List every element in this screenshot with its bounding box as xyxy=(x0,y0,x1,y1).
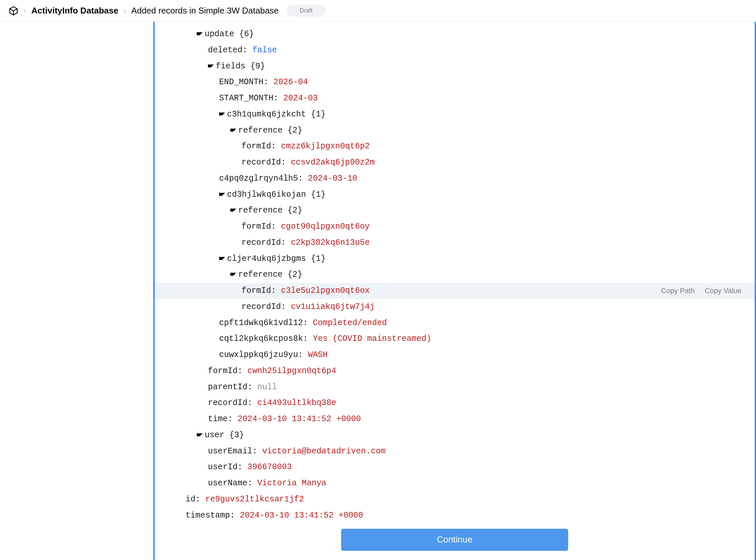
tree-row[interactable]: user {3} xyxy=(155,427,755,443)
tree-key: parentId: xyxy=(208,382,252,392)
tree-key: cd3hjlwkq6ikojan xyxy=(227,190,306,199)
tree-row[interactable]: c4pq0zglrqyn4lh5: 2024-03-10 xyxy=(155,171,755,187)
tree-row[interactable]: reference {2} xyxy=(155,267,755,283)
tree-row[interactable]: timestamp: 2024-03-10 13:41:52 +0000 xyxy=(155,508,755,519)
copy-value-link[interactable]: Copy Value xyxy=(705,284,741,298)
tree-key: c3h1qumkq6jzkcht xyxy=(227,109,306,119)
tree-row[interactable]: cd3hjlwkq6ikojan {1} xyxy=(155,187,755,203)
tree-row[interactable]: formId: c3le5u2lpgxn0qt6oxCopy Path·Copy… xyxy=(155,283,755,299)
tree-value: ci4493ultlkbq38e xyxy=(257,398,336,408)
main: update {6}deleted: falsefields {9}END_MO… xyxy=(0,22,756,560)
tree-row[interactable]: recordId: ccsvd2akq6jp90z2m xyxy=(155,155,755,171)
tree-row[interactable]: formId: cwnh25ilpgxn0qt6p4 xyxy=(155,363,755,379)
json-viewer-panel: update {6}deleted: falsefields {9}END_MO… xyxy=(153,22,756,560)
continue-button[interactable]: Continue xyxy=(341,529,568,551)
tree-row[interactable]: END_MONTH: 2026-04 xyxy=(155,74,755,91)
breadcrumb-leaf[interactable]: Added records in Simple 3W Database xyxy=(131,6,279,16)
tree-key: START_MONTH: xyxy=(219,94,278,103)
tree-meta: {2} xyxy=(283,270,302,279)
tree-key: id: xyxy=(186,495,200,504)
tree-value: victoria@bedatadriven.com xyxy=(262,446,386,456)
tree-key: cljer4ukq6jzbgms xyxy=(227,254,306,263)
tree-value: Yes (COVID mainstreamed) xyxy=(313,334,431,343)
tree-row[interactable]: reference {2} xyxy=(155,123,755,139)
tree-value: 2024-03-10 13:41:52 +0000 xyxy=(240,511,363,519)
tree-value: 2024-03-10 13:41:52 +0000 xyxy=(238,414,361,424)
tree-row[interactable]: recordId: ci4493ultlkbq38e xyxy=(155,395,755,411)
tree-row[interactable]: userName: Victoria Manya xyxy=(155,476,755,492)
caret-icon[interactable] xyxy=(219,257,225,260)
tree-row[interactable]: cljer4ukq6jzbgms {1} xyxy=(155,251,755,267)
tree-meta: {2} xyxy=(283,126,302,135)
tree-row[interactable]: userEmail: victoria@bedatadriven.com xyxy=(155,443,755,460)
tree-key: deleted: xyxy=(208,45,247,55)
tree-meta: {1} xyxy=(306,254,326,263)
tree-value: null xyxy=(257,382,277,392)
tree-value: 2026-04 xyxy=(273,77,308,87)
tree-key: END_MONTH: xyxy=(219,77,268,87)
tree-key: reference xyxy=(238,270,283,279)
tree-row[interactable]: parentId: null xyxy=(155,379,755,396)
tree-row[interactable]: deleted: false xyxy=(155,42,755,59)
separator-dot: · xyxy=(699,284,701,298)
status-badge: Draft xyxy=(287,5,326,17)
tree-key: timestamp: xyxy=(186,511,235,519)
tree-key: recordId: xyxy=(242,238,286,247)
tree-row[interactable]: fields {9} xyxy=(155,59,755,75)
tree-row[interactable]: recordId: c2kp382kq6n13u5e xyxy=(155,235,755,251)
tree-row[interactable]: time: 2024-03-10 13:41:52 +0000 xyxy=(155,411,755,427)
tree-row[interactable]: c3h1qumkq6jzkcht {1} xyxy=(155,106,755,123)
tree-meta: {9} xyxy=(245,62,265,71)
tree-value: cwnh25ilpgxn0qt6p4 xyxy=(247,366,336,376)
tree-meta: {2} xyxy=(283,206,302,215)
tree-row[interactable]: update {6} xyxy=(155,26,755,42)
tree-meta: {1} xyxy=(306,190,326,199)
left-gutter xyxy=(0,22,153,560)
tree-key: user xyxy=(205,431,224,440)
caret-icon[interactable] xyxy=(219,113,225,116)
tree-row[interactable]: cqtl2kpkq6kcpos8k: Yes (COVID mainstream… xyxy=(155,331,755,347)
tree-row[interactable]: formId: cmzz6kjlpgxn0qt6p2 xyxy=(155,139,755,155)
caret-icon[interactable] xyxy=(230,129,236,132)
cube-icon xyxy=(8,6,18,16)
chevron-right-icon: › xyxy=(124,6,126,15)
tree-key: cpft1dwkq6k1vdl12: xyxy=(219,318,308,328)
caret-icon[interactable] xyxy=(219,193,225,196)
tree-key: formId: xyxy=(242,141,276,151)
tree-key: reference xyxy=(238,206,283,215)
tree-value: cmzz6kjlpgxn0qt6p2 xyxy=(281,141,370,151)
tree-row[interactable]: START_MONTH: 2024-03 xyxy=(155,91,755,106)
tree-key: cqtl2kpkq6kcpos8k: xyxy=(219,334,308,343)
tree-row[interactable]: cpft1dwkq6k1vdl12: Completed/ended xyxy=(155,315,755,331)
tree-value: Victoria Manya xyxy=(257,478,326,488)
tree-value: 2024-03 xyxy=(283,94,318,103)
tree-key: formId: xyxy=(208,366,243,376)
tree-meta: {6} xyxy=(234,29,254,39)
tree-row[interactable]: formId: cgot90qlpgxn0qt6oy xyxy=(155,219,755,235)
caret-icon[interactable] xyxy=(197,32,203,35)
tree-row[interactable]: recordId: cv1u1iakq6jtw7j4j xyxy=(155,299,755,315)
tree-row[interactable]: reference {2} xyxy=(155,203,755,219)
continue-bar: Continue xyxy=(155,521,755,560)
tree-value: re9guvs2ltlkcsar1jf2 xyxy=(205,495,304,504)
caret-icon[interactable] xyxy=(208,64,214,67)
tree-meta: {1} xyxy=(306,109,326,119)
tree-row[interactable]: userId: 396670003 xyxy=(155,459,755,476)
breadcrumb-root[interactable]: ActivityInfo Database xyxy=(31,6,118,16)
tree-value: cv1u1iakq6jtw7j4j xyxy=(291,302,375,312)
caret-icon[interactable] xyxy=(197,433,203,436)
tree-key: time: xyxy=(208,414,232,424)
tree-key: reference xyxy=(238,126,283,135)
chevron-right-icon: › xyxy=(24,6,26,15)
tree-value: c2kp382kq6n13u5e xyxy=(291,238,370,247)
caret-icon[interactable] xyxy=(230,208,236,212)
caret-icon[interactable] xyxy=(230,273,236,276)
tree-row[interactable]: id: re9guvs2ltlkcsar1jf2 xyxy=(155,492,755,508)
copy-path-link[interactable]: Copy Path xyxy=(661,284,695,298)
tree-value: c3le5u2lpgxn0qt6ox xyxy=(281,286,370,296)
tree-key: userEmail: xyxy=(208,446,257,456)
breadcrumb-bar: › ActivityInfo Database › Added records … xyxy=(0,0,756,22)
tree-key: userId: xyxy=(208,462,243,472)
tree-value: false xyxy=(252,45,277,55)
tree-row[interactable]: cuwxlppkq6jzu9yu: WASH xyxy=(155,347,755,363)
